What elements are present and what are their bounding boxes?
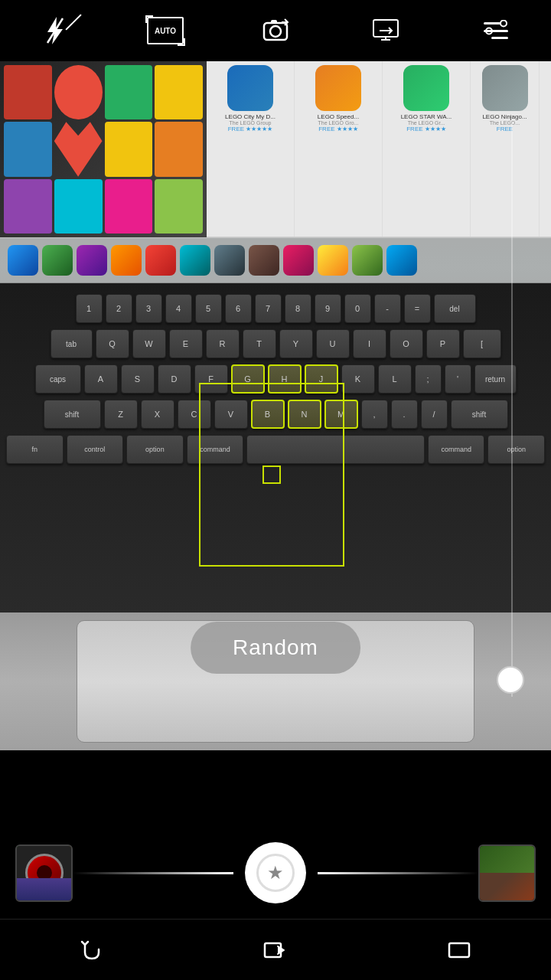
svg-rect-9 [491,37,508,39]
undo-button[interactable] [69,927,115,973]
svg-rect-13 [449,943,469,957]
gallery-thumbnail[interactable] [478,844,536,902]
dock-icon-5 [145,245,176,276]
camera-viewfinder[interactable]: LEGO City My D... The LEGO Group FREE ★★… [0,61,551,750]
settings-icon[interactable] [473,8,519,54]
photo-preview: LEGO City My D... The LEGO Group FREE ★★… [0,61,551,750]
thumbnail-image-right [480,846,534,900]
shutter-line-left [73,872,233,874]
mac-dock [0,237,551,283]
dock-icon-10 [318,245,348,276]
aspect-ratio-button[interactable] [436,927,482,973]
svg-rect-7 [484,22,500,24]
thumbnail-image-left [17,846,71,900]
dock-icon-2 [42,245,73,276]
laptop-keyboard: 1 2 3 4 5 6 7 8 9 0 - = del tab Q W E R [0,283,551,612]
dock-icon-12 [386,245,417,276]
auto-mode-icon[interactable]: AUTO [142,8,188,54]
exposure-slider-track [511,122,513,697]
shutter-icon: ★ [267,862,284,884]
camera-app-thumbnail[interactable] [15,844,73,902]
random-button[interactable]: Random [191,622,360,674]
svg-rect-8 [484,30,508,32]
dock-icon-7 [214,245,245,276]
dock-icon-1 [8,245,38,276]
auto-label: AUTO [155,27,176,35]
dock-icon-9 [283,245,314,276]
shutter-inner-ring: ★ [256,854,295,892]
bottom-nav-bar [0,919,551,980]
shutter-button[interactable]: ★ [245,842,306,903]
dock-icon-3 [77,245,107,276]
bottom-controls-bar: ★ [0,827,551,980]
svg-point-3 [270,26,281,37]
svg-point-10 [500,21,507,27]
flash-icon[interactable] [32,8,78,54]
svg-rect-5 [373,20,398,37]
pixel-art-area [0,61,207,237]
dock-icon-8 [249,245,279,276]
forward-button[interactable] [253,927,298,973]
camera-controls-row: ★ [0,827,551,919]
svg-rect-4 [271,20,277,24]
app-store-screenshot: LEGO City My D... The LEGO Group FREE ★★… [0,61,551,237]
camera-flip-icon[interactable] [253,8,298,54]
dock-icon-4 [111,245,142,276]
screen-mirror-icon[interactable] [363,8,409,54]
dock-icon-11 [352,245,383,276]
top-bar: AUTO [0,0,551,61]
dock-icon-6 [180,245,210,276]
app-store-apps: LEGO City My D... The LEGO Group FREE ★★… [207,61,551,237]
shutter-line-right [318,872,478,874]
exposure-slider-thumb[interactable] [497,666,524,694]
